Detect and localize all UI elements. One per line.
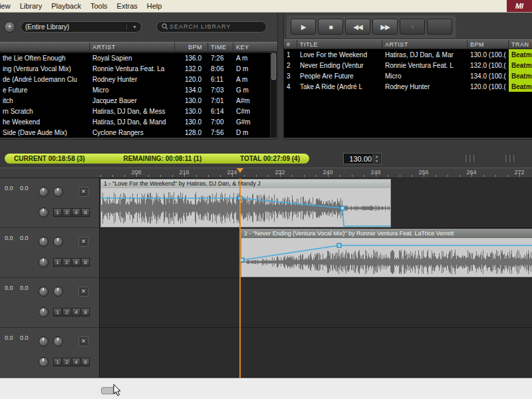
library-table-body: the Lie Often Enough Royal Sapien 136.0 … — [0, 53, 270, 138]
library-row[interactable]: he Weekend Hatiras, DJ Dan, & Mand 130.0… — [0, 116, 270, 127]
beat-length-button[interactable]: 4 — [72, 358, 80, 366]
library-search-box[interactable] — [156, 21, 267, 33]
library-row[interactable]: e Future Micro 134.0 7:03 G m — [0, 84, 270, 95]
chevron-down-icon[interactable]: ▼ — [126, 25, 137, 29]
beat-length-button[interactable]: 2 — [63, 308, 71, 317]
cell-title: People Are Future — [297, 72, 382, 80]
column-header-artist[interactable]: ARTIST — [382, 40, 467, 49]
beat-length-button[interactable]: 1 — [53, 208, 62, 217]
record-button[interactable]: ▼ — [400, 19, 425, 35]
ruler-label: 272 — [512, 169, 527, 176]
library-row[interactable]: rn Scratch Hatiras, DJ Dan, & Mess 130.0… — [0, 106, 270, 116]
play-button[interactable]: ▶ — [291, 19, 316, 35]
library-row[interactable]: itch Jacquez Bauer 130.0 7:01 A#m — [0, 95, 270, 106]
eq-knob[interactable] — [53, 287, 63, 297]
column-header-time[interactable]: TIME — [208, 43, 233, 51]
beat-length-button[interactable]: 2 — [63, 358, 71, 366]
remove-track-button[interactable]: ✕ — [78, 287, 88, 297]
library-row[interactable]: ing (Ventura Vocal Mix) Ronnie Ventura F… — [0, 63, 270, 74]
beat-length-button[interactable]: 2 — [63, 258, 71, 267]
cell-time: 6:14 — [208, 108, 233, 115]
add-to-library-button[interactable]: + — [4, 21, 15, 33]
divider-handle[interactable] — [466, 155, 475, 162]
automation-node[interactable] — [340, 206, 344, 210]
menu-playback[interactable]: Playback — [47, 1, 86, 11]
playlist-row[interactable]: 3 People Are Future Micro 134.0 (100.( B… — [284, 70, 532, 81]
beat-length-button[interactable]: 8 — [81, 258, 90, 267]
eq-knob[interactable] — [39, 237, 49, 247]
scrollbar-thumb[interactable] — [271, 53, 276, 80]
beat-length-button[interactable]: 1 — [53, 258, 62, 267]
cell-transition: Beatm — [509, 60, 532, 70]
remove-track-button[interactable]: ✕ — [78, 237, 88, 247]
audio-clip-1[interactable]: 1 - "Love For the Weekend" by Hatiras, D… — [100, 179, 391, 227]
column-header-title[interactable] — [0, 43, 90, 51]
eq-knob[interactable] — [53, 336, 63, 346]
automation-node[interactable] — [337, 243, 341, 247]
beat-length-button[interactable]: 8 — [81, 308, 90, 317]
collection-dropdown[interactable]: (Entire Library) ▼ — [21, 21, 142, 33]
playhead-marker[interactable] — [237, 168, 243, 173]
cell-artist: Rodney Hunter — [382, 83, 467, 90]
beat-length-button[interactable]: 4 — [72, 308, 80, 317]
playlist-row[interactable]: 4 Take A Ride (André L Rodney Hunter 120… — [284, 81, 532, 92]
cell-key: D m — [233, 65, 257, 72]
volume-knob[interactable] — [39, 357, 49, 367]
cell-number: 2 — [284, 62, 297, 69]
playlist-row[interactable]: 2 Never Ending (Ventur Ronnie Ventura Fe… — [284, 60, 532, 70]
beat-length-button[interactable]: 4 — [72, 258, 80, 267]
search-input[interactable] — [168, 23, 261, 31]
library-row[interactable]: Side (Dave Aude Mix) Cyclone Rangers 128… — [0, 127, 270, 138]
column-header-transition[interactable]: TRAN — [509, 40, 532, 49]
beat-length-button[interactable]: 1 — [53, 308, 62, 317]
beat-length-button[interactable]: 2 — [63, 208, 71, 217]
beat-length-button[interactable]: 8 — [81, 208, 90, 217]
forward-button[interactable]: ▶▶ — [372, 19, 398, 35]
timeline-lane-4[interactable] — [100, 328, 532, 378]
beat-length-button[interactable]: 8 — [81, 358, 90, 366]
eq-knob[interactable] — [53, 237, 63, 247]
menu-tools[interactable]: Tools — [86, 1, 112, 11]
column-header-bpm[interactable]: BPM — [175, 43, 208, 51]
menu-extras[interactable]: Extras — [112, 1, 142, 11]
eject-button[interactable] — [427, 19, 452, 35]
remove-track-button[interactable]: ✕ — [78, 336, 88, 346]
beat-length-button[interactable]: 4 — [72, 208, 80, 217]
audio-clip-2[interactable]: 2 - "Never Ending (Ventura Vocal Mix)" b… — [241, 229, 532, 277]
menu-view[interactable]: View — [0, 1, 15, 11]
time-status-bar: CURRENT 00:18:58 (3) REMAINING: 00:08:11… — [5, 154, 309, 164]
playlist-row[interactable]: 1 Love For the Weekend Hatiras, DJ Dan, … — [284, 49, 532, 60]
eq-knob[interactable] — [53, 187, 63, 197]
divider-handle[interactable] — [505, 155, 515, 162]
master-bpm-field[interactable]: 130.00 ▲ ▼ — [343, 153, 382, 164]
remove-track-button[interactable]: ✕ — [78, 187, 88, 197]
column-header-number[interactable]: # — [284, 40, 297, 49]
cell-key: D m — [233, 129, 257, 136]
column-header-key[interactable]: KEY — [233, 43, 257, 51]
stop-button[interactable]: ■ — [318, 19, 343, 35]
menu-help[interactable]: Help — [142, 1, 167, 11]
cell-title: the Lie Often Enough — [0, 55, 90, 62]
volume-knob[interactable] — [39, 257, 49, 267]
volume-knob[interactable] — [39, 307, 49, 317]
library-scrollbar[interactable] — [270, 53, 277, 138]
library-row[interactable]: de (André Lodemann Clu Rodney Hunter 120… — [0, 74, 270, 84]
eq-knob[interactable] — [39, 187, 49, 197]
library-row[interactable]: the Lie Often Enough Royal Sapien 136.0 … — [0, 53, 270, 63]
cell-transition: Beatm — [509, 70, 532, 81]
rewind-button[interactable]: ◀◀ — [345, 19, 370, 35]
ruler-scale[interactable]: 208216224232240248256264272 — [100, 168, 532, 178]
playlist-table-body: 1 Love For the Weekend Hatiras, DJ Dan, … — [284, 49, 532, 138]
timeline-scrollbar[interactable] — [0, 378, 532, 399]
column-header-title[interactable]: TITLE — [297, 40, 382, 49]
timeline-lane-3[interactable] — [100, 278, 532, 328]
spinner-down-icon[interactable]: ▼ — [373, 159, 380, 164]
column-header-bpm[interactable]: BPM — [467, 40, 509, 49]
eq-knob[interactable] — [39, 287, 49, 297]
volume-knob[interactable] — [39, 207, 49, 217]
beat-length-button[interactable]: 1 — [53, 358, 62, 366]
eq-knob[interactable] — [39, 336, 49, 346]
playhead-line[interactable] — [239, 178, 241, 378]
column-header-artist[interactable]: ARTIST — [90, 43, 175, 51]
menu-library[interactable]: Library — [15, 1, 47, 11]
